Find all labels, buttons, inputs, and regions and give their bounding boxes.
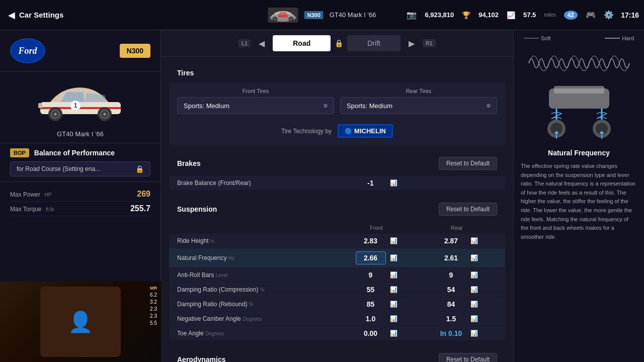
max-power-label: Max Power <box>10 191 40 198</box>
max-torque-label: Max Torque <box>10 206 41 213</box>
spring-diagram: Soft Hard <box>514 30 644 144</box>
brakes-reset-button[interactable]: Reset to Default <box>439 157 497 170</box>
level-value: 42 <box>564 11 578 20</box>
tires-content: Front Tires Sports: Medium ≡ Rear Tires … <box>169 83 505 145</box>
aero-section-header: Aerodynamics Reset to Default <box>169 347 505 362</box>
webcam-stat-5: 5.5 <box>150 320 157 326</box>
bop-badge-row: BOP Balance of Performance <box>10 148 150 157</box>
front-tire-name: Sports: Medium <box>184 102 229 110</box>
susp-row-label-1: Natural Frequency Hz <box>177 254 336 261</box>
miles-unit: miles <box>544 12 555 18</box>
bop-subtitle-row[interactable]: for Road Course (Setting ena... 🔒 <box>10 161 150 176</box>
car-badge-top: N300 <box>304 11 323 19</box>
tires-title: Tires <box>177 69 194 77</box>
aero-reset-button[interactable]: Reset to Default <box>439 353 497 362</box>
max-power-value: 269 <box>137 190 150 199</box>
car-silhouette: 1 <box>25 77 136 127</box>
tab-left-nav[interactable]: ◀ <box>255 37 269 50</box>
webcam-mr-label: MR <box>150 286 157 291</box>
top-stats-bar: 📷 6,923,810 🏆 94,102 📈 57.5 miles 42 🎮 ⚙… <box>407 10 614 20</box>
svg-rect-20 <box>38 103 42 108</box>
susp-rear-value-2: 9 <box>436 271 466 279</box>
susp-rear-bar-5[interactable]: 📊 <box>470 315 478 322</box>
tab-drift[interactable]: Drift <box>347 35 400 51</box>
front-tire-selector[interactable]: Sports: Medium ≡ <box>177 97 334 114</box>
clock: 17:16 <box>621 11 639 19</box>
svg-point-5 <box>273 18 276 21</box>
car-thumbnail <box>268 8 298 23</box>
right-panel: Soft Hard <box>513 30 644 362</box>
susp-front-bar-1[interactable]: 📊 <box>390 254 397 261</box>
susp-rear-cell-6: In 0.10 📊 <box>417 329 497 337</box>
susp-front-cell-5: 1.0 📊 <box>336 315 417 323</box>
tires-selectors-row: Front Tires Sports: Medium ≡ Rear Tires … <box>177 88 497 114</box>
bop-badge: BOP <box>10 148 29 157</box>
suspension-reset-button[interactable]: Reset to Default <box>439 203 497 216</box>
susp-front-bar-2[interactable]: 📊 <box>390 272 397 279</box>
susp-front-bar-4[interactable]: 📊 <box>390 301 397 308</box>
susp-rear-bar-4[interactable]: 📊 <box>470 301 478 308</box>
front-tire-label: Front Tires <box>177 88 334 94</box>
suspension-row-4: Damping Ratio (Rebound) % 85 📊 84 📊 <box>169 297 505 312</box>
top-bar: ◀ Car Settings N300 GT40 Mark I '66 📷 6,… <box>0 0 644 30</box>
tab-right-nav[interactable]: ▶ <box>405 37 419 50</box>
aerodynamics-section: Aerodynamics Reset to Default Front Rear… <box>169 347 505 362</box>
brake-balance-value: -1 <box>356 179 386 187</box>
controller-icon: 🎮 <box>586 10 596 20</box>
credits-value: 6,923,810 <box>425 11 454 19</box>
car-name-sidebar: GT40 Mark I '66 <box>57 130 104 138</box>
brakes-section-header: Brakes Reset to Default <box>169 151 505 176</box>
soft-label-group: Soft <box>524 35 551 41</box>
susp-rear-bar-0[interactable]: 📊 <box>470 237 478 244</box>
soft-label: Soft <box>541 35 551 41</box>
susp-row-label-4: Damping Ratio (Rebound) % <box>177 301 336 308</box>
points-value: 94,102 <box>478 11 499 19</box>
rear-tire-selector[interactable]: Sports: Medium ≡ <box>340 97 497 114</box>
michelin-badge: 🔵 MICHELIN <box>338 124 393 138</box>
susp-rear-bar-1[interactable]: 📊 <box>470 254 478 261</box>
svg-point-6 <box>289 18 292 21</box>
suspension-row-2: Anti-Roll Bars Level 9 📊 9 📊 <box>169 268 505 283</box>
sidebar: Ford N300 <box>0 30 161 362</box>
susp-row-label-0: Ride Height in. <box>177 237 336 244</box>
susp-rear-cell-0: 2.87 📊 <box>417 237 497 245</box>
susp-rear-value-0: 2.87 <box>436 237 466 245</box>
max-torque-row: Max Torque ft-lb 255.7 <box>10 202 150 216</box>
susp-front-bar-0[interactable]: 📊 <box>390 237 397 244</box>
susp-rear-bar-2[interactable]: 📊 <box>470 272 478 279</box>
tab-badge-left: L1 <box>238 39 251 47</box>
max-power-unit: HP <box>44 192 51 198</box>
soft-hard-labels: Soft Hard <box>519 35 639 41</box>
susp-front-bar-6[interactable]: 📊 <box>390 330 397 337</box>
susp-rear-bar-6[interactable]: 📊 <box>470 330 478 337</box>
suspension-rows: Ride Height in. 2.83 📊 2.87 📊 Natural Fr… <box>169 234 505 341</box>
webcam-stat-mr: MR <box>150 286 157 291</box>
car-name-top: GT40 Mark I '66 <box>330 11 376 19</box>
suspension-row-5: Negative Camber Angle Degrees 1.0 📊 1.5 … <box>169 312 505 326</box>
graph-icon: 📈 <box>507 11 515 19</box>
susp-front-value-3: 55 <box>356 286 386 294</box>
susp-row-unit-1: Hz <box>228 255 234 261</box>
hard-label-group: Hard <box>605 35 634 41</box>
susp-front-bar-5[interactable]: 📊 <box>390 315 397 322</box>
tab-bar: L1 ◀ Road 🔒 Drift ▶ R1 <box>161 30 513 57</box>
bop-subtitle-text: for Road Course (Setting ena... <box>17 165 100 172</box>
susp-rear-cell-5: 1.5 📊 <box>417 315 497 323</box>
susp-row-label-3: Damping Ratio (Compression) % <box>177 286 336 293</box>
brake-balance-bar-icon[interactable]: 📊 <box>390 179 397 187</box>
main-layout: Ford N300 <box>0 30 644 362</box>
susp-front-bar-3[interactable]: 📊 <box>390 286 397 293</box>
miles-value: 57.5 <box>523 11 536 19</box>
susp-rear-cell-4: 84 📊 <box>417 300 497 308</box>
suspension-diagram <box>524 83 634 139</box>
webcam-stat-4: 2.3 <box>150 313 157 319</box>
susp-front-value-1[interactable]: 2.66 <box>356 251 386 264</box>
susp-rear-bar-3[interactable]: 📊 <box>470 286 478 293</box>
webcam-feed: 👤 <box>40 287 121 357</box>
top-center-info: N300 GT40 Mark I '66 <box>268 8 376 23</box>
tab-road[interactable]: Road <box>273 35 331 51</box>
suspension-section: Suspension Reset to Default Front Rear R… <box>169 197 505 341</box>
svg-rect-22 <box>554 86 604 94</box>
suspension-front-header: Front <box>336 225 417 231</box>
back-button[interactable]: ◀ Car Settings <box>8 10 63 21</box>
